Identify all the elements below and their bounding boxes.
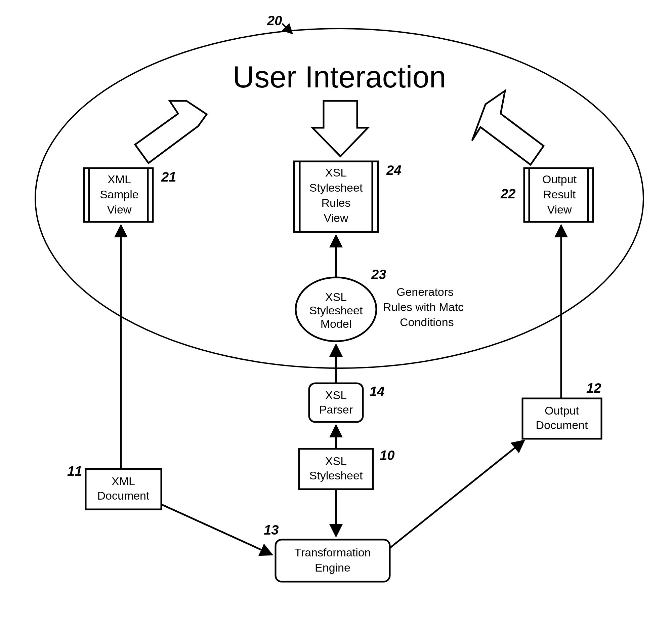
xml-doc-l2: Document (98, 489, 150, 502)
stylesheet-rules-number: 24 (386, 163, 402, 178)
xml-sample-l1: XML (108, 173, 131, 186)
xml-sample-number: 21 (161, 170, 177, 184)
parser-l2: Parser (319, 403, 353, 416)
stylesheet-l1: XSL (325, 454, 347, 467)
model-side-l2: Rules with Matc (383, 301, 464, 313)
title-text: User Interaction (233, 60, 446, 94)
engine-number: 13 (264, 522, 279, 537)
stylesheet-rules-l1: XSL (325, 166, 347, 179)
ellipse-pointer (282, 24, 292, 34)
arrow-to-xml-sample (135, 101, 207, 163)
arrow-xmldoc-to-engine (161, 504, 272, 555)
output-doc-l2: Document (536, 419, 588, 431)
xml-doc-l1: XML (112, 475, 135, 488)
xml-doc-number: 11 (67, 464, 82, 478)
output-result-view: Output Result View (524, 168, 593, 222)
stylesheet-rules-l4: View (324, 211, 348, 224)
output-doc-l1: Output (545, 404, 579, 417)
xsl-parser-box: XSL Parser (309, 383, 363, 422)
output-document-box: Output Document (522, 398, 601, 439)
model-side-l3: Conditions (400, 316, 454, 329)
output-doc-number: 12 (586, 381, 601, 395)
stylesheet-rules-l3: Rules (322, 196, 351, 209)
stylesheet-rules-l2: Stylesheet (310, 181, 363, 194)
xml-sample-view: XML Sample View (84, 168, 153, 222)
output-result-l1: Output (542, 173, 577, 186)
xml-sample-l2: Sample (100, 188, 138, 201)
parser-number-dup: 14 (370, 384, 385, 399)
stylesheet-rules-view: XSL Stylesheet Rules View (294, 161, 378, 232)
xml-document-box: XML Document (86, 469, 161, 509)
xsl-stylesheet-box: XSL Stylesheet (299, 449, 373, 489)
output-result-l3: View (547, 203, 572, 216)
ellipse-number: 20 (267, 13, 282, 28)
stylesheet-l2: Stylesheet (310, 469, 363, 482)
model-l1: XSL (325, 290, 347, 303)
arrow-to-output-result (472, 91, 544, 165)
stylesheet-number: 10 (380, 448, 395, 463)
xml-sample-l3: View (107, 203, 132, 216)
output-result-l2: Result (543, 188, 576, 201)
engine-l2: Engine (315, 561, 350, 574)
arrow-to-stylesheet-rules (313, 101, 368, 156)
arrow-engine-to-outputdoc (390, 440, 524, 548)
parser-l1: XSL (325, 389, 347, 401)
model-side-l1: Generators (397, 285, 454, 298)
transformation-engine-box: Transformation Engine (275, 540, 390, 582)
model-l2: Stylesheet (310, 304, 363, 317)
engine-l1: Transformation (294, 546, 371, 559)
model-number: 23 (371, 267, 386, 282)
output-result-number: 22 (500, 186, 516, 201)
model-l3: Model (321, 317, 352, 330)
diagram-canvas: 20 User Interaction XML Sample View 21 X… (0, 0, 672, 624)
